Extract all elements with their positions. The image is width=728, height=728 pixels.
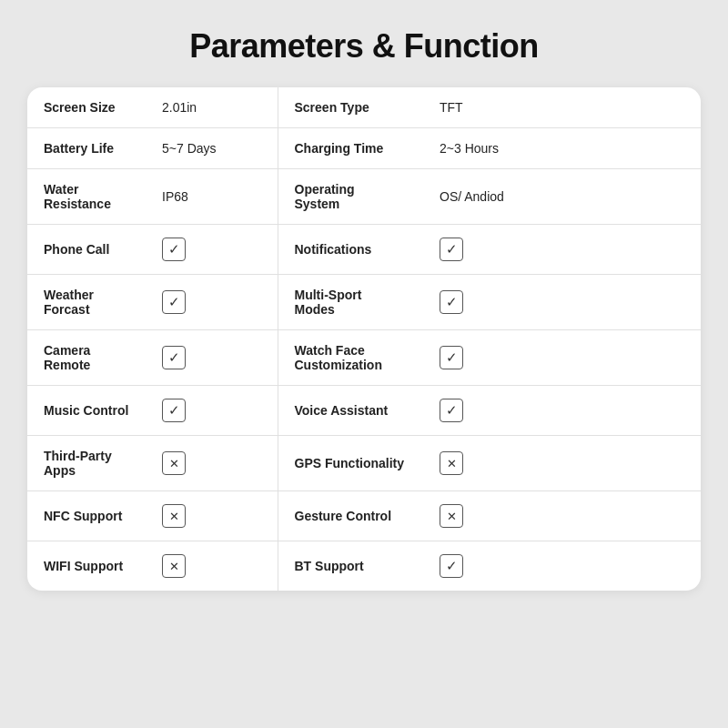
table-row: Third-Party AppsGPS Functionality [27, 436, 701, 491]
left-label: Water Resistance [27, 169, 146, 225]
left-value [146, 541, 278, 592]
left-value [146, 330, 278, 386]
check-no-icon [440, 504, 463, 528]
check-yes-icon [162, 238, 186, 261]
left-label: Third-Party Apps [27, 436, 146, 491]
page-container: Parameters & Function Screen Size2.01inS… [0, 0, 728, 728]
right-label: GPS Functionality [278, 436, 423, 491]
right-value [423, 330, 701, 386]
left-label: WIFI Support [27, 541, 146, 592]
table-row: Music ControlVoice Assistant [27, 386, 701, 436]
right-label: Watch Face Customization [278, 330, 423, 386]
left-label: Music Control [27, 386, 146, 436]
check-yes-icon [162, 346, 186, 369]
left-label: Phone Call [27, 225, 146, 275]
left-label: Weather Forcast [27, 275, 146, 330]
check-yes-icon [440, 290, 463, 314]
right-value [423, 275, 701, 330]
right-value [423, 225, 701, 275]
right-label: Charging Time [278, 128, 423, 169]
right-value [423, 386, 701, 436]
right-value [423, 436, 701, 491]
left-label: Camera Remote [27, 330, 146, 386]
table-row: Camera RemoteWatch Face Customization [27, 330, 701, 386]
check-yes-icon [440, 554, 463, 578]
table-row: Screen Size2.01inScreen TypeTFT [27, 87, 701, 128]
left-label: NFC Support [27, 491, 146, 541]
check-no-icon [162, 554, 186, 578]
left-value: 5~7 Days [146, 128, 278, 169]
table-row: Weather ForcastMulti-Sport Modes [27, 275, 701, 330]
right-label: Screen Type [278, 87, 423, 128]
right-value: TFT [423, 87, 701, 128]
left-value [146, 386, 278, 436]
right-value: OS/ Andiod [423, 169, 701, 225]
left-value: IP68 [146, 169, 278, 225]
left-label: Screen Size [27, 87, 146, 128]
check-yes-icon [440, 346, 463, 369]
right-value: 2~3 Hours [423, 128, 701, 169]
params-card: Screen Size2.01inScreen TypeTFTBattery L… [27, 87, 701, 591]
right-value [423, 541, 701, 592]
left-value: 2.01in [146, 87, 278, 128]
check-yes-icon [440, 399, 463, 422]
table-row: Water ResistanceIP68Operating SystemOS/ … [27, 169, 701, 225]
right-label: Notifications [278, 225, 423, 275]
params-table: Screen Size2.01inScreen TypeTFTBattery L… [27, 87, 701, 591]
left-value [146, 436, 278, 491]
table-row: Battery Life5~7 DaysCharging Time2~3 Hou… [27, 128, 701, 169]
page-title: Parameters & Function [189, 27, 539, 66]
right-value [423, 491, 701, 541]
right-label: Operating System [278, 169, 423, 225]
right-label: Gesture Control [278, 491, 423, 541]
check-no-icon [440, 451, 463, 475]
left-label: Battery Life [27, 128, 146, 169]
check-yes-icon [162, 290, 186, 314]
table-row: Phone CallNotifications [27, 225, 701, 275]
left-value [146, 275, 278, 330]
left-value [146, 225, 278, 275]
check-yes-icon [162, 399, 186, 422]
table-row: WIFI SupportBT Support [27, 541, 701, 592]
check-no-icon [162, 504, 186, 528]
check-yes-icon [440, 238, 463, 261]
left-value [146, 491, 278, 541]
right-label: Voice Assistant [278, 386, 423, 436]
check-no-icon [162, 451, 186, 475]
table-row: NFC SupportGesture Control [27, 491, 701, 541]
right-label: BT Support [278, 541, 423, 592]
right-label: Multi-Sport Modes [278, 275, 423, 330]
